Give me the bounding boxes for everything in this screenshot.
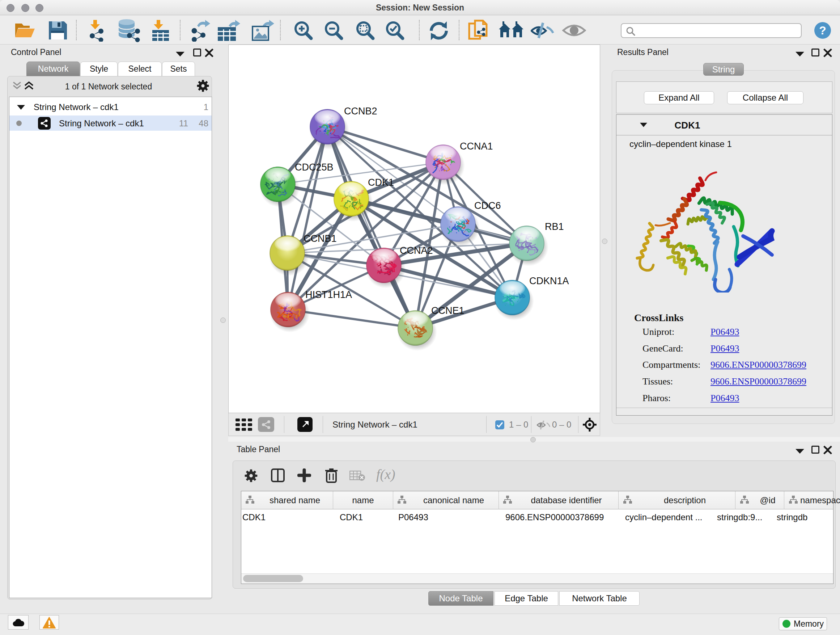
svg-text:CDK1: CDK1: [368, 177, 394, 188]
svg-text:HIST1H1A: HIST1H1A: [305, 289, 352, 300]
svg-text:CCNB2: CCNB2: [344, 106, 377, 117]
svg-text:CCNB1: CCNB1: [303, 233, 337, 244]
svg-text:CCNE1: CCNE1: [431, 305, 464, 316]
svg-text:RB1: RB1: [545, 221, 564, 232]
svg-text:CCNA2: CCNA2: [400, 245, 433, 256]
svg-text:CCNA1: CCNA1: [460, 141, 493, 152]
svg-text:CDC25B: CDC25B: [295, 162, 333, 173]
svg-text:CDC6: CDC6: [474, 200, 501, 211]
svg-text:CDKN1A: CDKN1A: [529, 276, 569, 287]
